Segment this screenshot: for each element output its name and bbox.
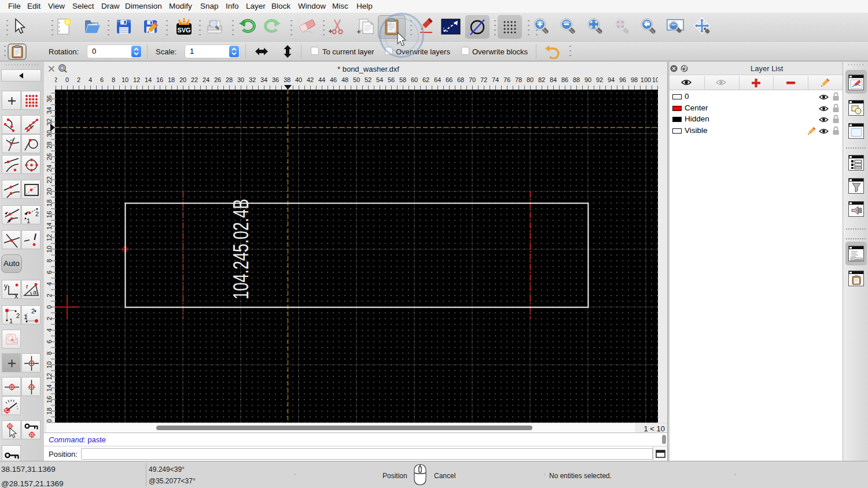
svg-text:2: 2 [35,210,39,217]
svg-text:1: 1 [24,313,27,320]
svg-text:r: r [26,283,28,290]
svg-text:SVG: SVG [177,27,190,34]
svg-text:2: 2 [31,308,35,315]
svg-text:1: 1 [27,217,30,224]
svg-text:y: y [4,282,8,290]
svg-text:C command: C command [852,258,863,261]
svg-text:a: a [33,289,37,295]
svg-text:1: 1 [9,317,13,324]
svg-text:2: 2 [16,312,20,319]
svg-text:104.245.02.4B: 104.245.02.4B [229,199,253,300]
svg-text:x: x [14,292,18,300]
